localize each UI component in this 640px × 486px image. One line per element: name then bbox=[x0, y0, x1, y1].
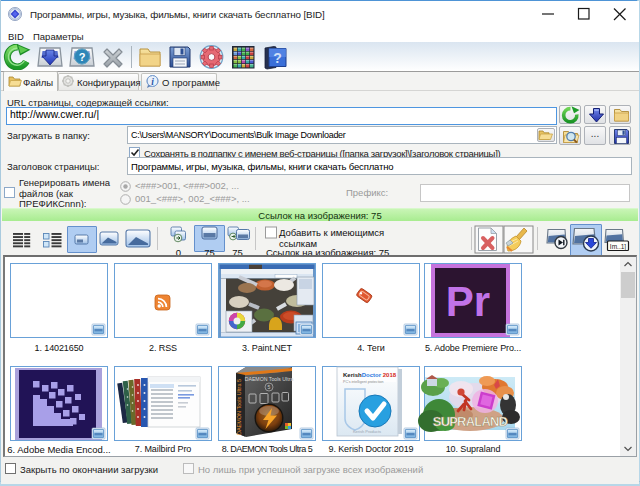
svg-text:Pr: Pr bbox=[446, 278, 490, 325]
svg-text:Добавить к имеющимся: Добавить к имеющимся bbox=[279, 227, 384, 238]
svg-text:?: ? bbox=[79, 51, 86, 63]
svg-text:DAEMON Tools Ultra: DAEMON Tools Ultra bbox=[245, 376, 294, 382]
svg-text:KerishDoctor 2018: KerishDoctor 2018 bbox=[343, 372, 397, 378]
svg-text:PC's intelligent protection: PC's intelligent protection bbox=[343, 380, 383, 384]
svg-text:?: ? bbox=[273, 50, 282, 66]
svg-text:5: 5 bbox=[268, 384, 271, 390]
svg-text:i: i bbox=[151, 77, 154, 87]
svg-text:Im..1]: Im..1] bbox=[610, 243, 626, 251]
svg-text:Kerish Products: Kerish Products bbox=[353, 429, 381, 434]
svg-text:SUPRALAND: SUPRALAND bbox=[433, 414, 508, 429]
svg-text:DAEMON Tools Ultra 5: DAEMON Tools Ultra 5 bbox=[236, 379, 242, 435]
